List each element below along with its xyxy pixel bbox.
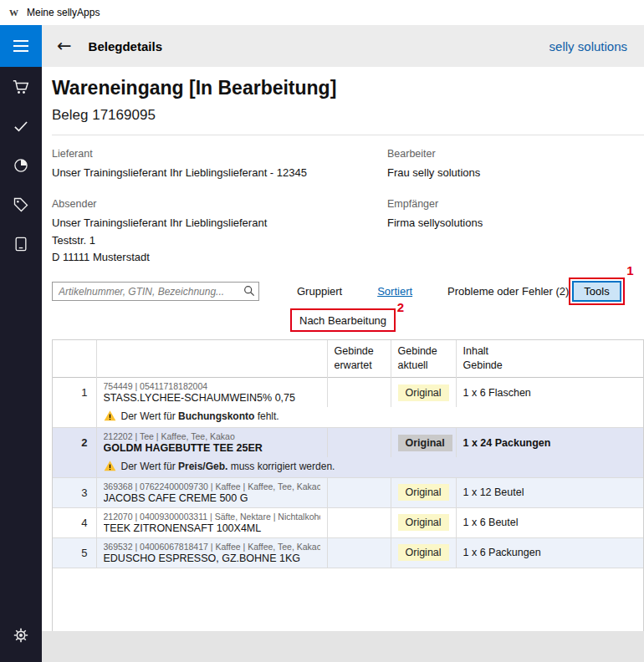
gebinde-erwartet-cell: [327, 377, 391, 407]
divider: [52, 135, 644, 135]
warning-row: Der Wert für Buchungskonto fehlt.: [53, 407, 643, 427]
gebinde-aktuell-badge[interactable]: Original: [398, 435, 452, 451]
inhalt-cell: 1 x 6 Flaschen: [456, 377, 643, 407]
row-number: 5: [53, 537, 96, 568]
article-name: GOLDM HAGEBUTTE TEE 25ER: [104, 442, 320, 454]
gebinde-aktuell-cell: Original: [391, 537, 456, 568]
sidebar-item-katalog[interactable]: [0, 224, 42, 263]
inhalt-cell: 1 x 12 Beutel: [456, 477, 643, 507]
header-gebinde-aktuell: Gebinde aktuell: [391, 340, 456, 377]
article-cell: 754449 | 05411718182004 STASS.LYCHEE-SCH…: [96, 377, 327, 407]
row-number: 4: [53, 507, 96, 537]
row-number: 3: [53, 477, 96, 507]
row-number: 1: [53, 377, 96, 407]
tab-probleme[interactable]: Probleme oder Fehler (2): [447, 285, 569, 298]
field-label: Lieferant: [52, 148, 387, 160]
search-box: [52, 282, 259, 301]
article-meta: 212070 | 04009300003311 | Säfte, Nektare…: [104, 512, 320, 522]
app-window: W Meine sellyApps: [0, 0, 644, 662]
row-number: 2: [53, 427, 96, 457]
header-number: [53, 340, 96, 377]
pie-chart-icon: [13, 157, 29, 174]
field-label: Bearbeiter: [387, 148, 644, 160]
search-icon[interactable]: [243, 284, 256, 298]
cart-icon: [12, 78, 30, 96]
gebinde-aktuell-badge[interactable]: Original: [398, 384, 449, 401]
annotation-box-2: Nach Bearbeitung 2: [290, 308, 396, 332]
gebinde-aktuell-cell: Original: [391, 377, 456, 407]
article-cell: 212202 | Tee | Kaffee, Tee, Kakao GOLDM …: [96, 427, 327, 457]
gebinde-aktuell-badge[interactable]: Original: [398, 484, 449, 501]
article-cell: 369532 | 04006067818417 | Kaffee | Kaffe…: [96, 537, 327, 568]
app-header: ← Belegdetails selly solutions: [42, 25, 644, 67]
field-value: Teststr. 1: [52, 232, 387, 250]
article-name: EDUSCHO ESPRESSO, GZ.BOHNE 1KG: [104, 553, 320, 564]
article-meta: 369368 | 07622400009730 | Kaffee | Kaffe…: [104, 481, 320, 491]
field-value: Frau selly solutions: [387, 165, 644, 182]
sidebar: [0, 25, 42, 662]
catalog-icon: [13, 236, 29, 252]
header-article: [96, 340, 327, 377]
search-input[interactable]: [52, 282, 259, 301]
field-lieferant: Lieferant Unser Trainingslieferant Ihr L…: [52, 148, 387, 182]
warning-message: Der Wert für Preis/Geb. muss korrigiert …: [96, 457, 643, 477]
field-label: Absender: [52, 198, 387, 210]
table-row-selected[interactable]: 2 212202 | Tee | Kaffee, Tee, Kakao GOLD…: [53, 427, 643, 457]
gebinde-erwartet-cell: [327, 427, 391, 457]
sidebar-item-wareneingang[interactable]: [0, 67, 42, 106]
status-bar: [42, 631, 644, 662]
sort-mode-row: Nach Bearbeitung 2: [52, 308, 644, 334]
check-icon: [13, 118, 29, 135]
settings-button[interactable]: [0, 615, 42, 654]
table-row[interactable]: 3 369368 | 07622400009730 | Kaffee | Kaf…: [53, 477, 643, 507]
gebinde-aktuell-cell: Original: [391, 477, 456, 507]
inhalt-cell: 1 x 6 Packungen: [456, 537, 643, 568]
gebinde-aktuell-badge[interactable]: Original: [398, 544, 449, 561]
price-tag-icon: [13, 196, 29, 213]
field-value: Unser Trainingslieferant Ihr Lieblingsli…: [52, 215, 387, 232]
warning-icon: [104, 460, 116, 472]
tab-gruppiert[interactable]: Gruppiert: [297, 285, 342, 298]
field-label: Empfänger: [387, 198, 644, 210]
field-value: Unser Trainingslieferant Ihr Lieblingsli…: [52, 165, 387, 182]
gebinde-erwartet-cell: [327, 537, 391, 568]
field-empfaenger: Empfänger Firma sellysolutions: [387, 198, 644, 267]
annotation-box-1: Tools 1: [569, 278, 624, 305]
warning-row: Der Wert für Preis/Geb. muss korrigiert …: [53, 457, 643, 477]
sidebar-item-aufgaben[interactable]: [0, 106, 42, 145]
field-absender: Absender Unser Trainingslieferant Ihr Li…: [52, 198, 387, 267]
article-meta: 754449 | 05411718182004: [104, 381, 320, 391]
document-fields: Lieferant Unser Trainingslieferant Ihr L…: [52, 148, 644, 267]
warning-message: Der Wert für Buchungskonto fehlt.: [96, 407, 643, 427]
table-row[interactable]: 5 369532 | 04006067818417 | Kaffee | Kaf…: [53, 537, 643, 568]
field-value: D 11111 Musterstadt: [52, 249, 387, 267]
table-row[interactable]: 4 212070 | 04009300003311 | Säfte, Nekta…: [53, 507, 643, 537]
window-title: Meine sellyApps: [27, 7, 100, 18]
article-name: STASS.LYCHEE-SCHAUMWEIN5% 0,75: [104, 392, 320, 404]
sidebar-item-statistik[interactable]: [0, 145, 42, 185]
annotation-marker-1: 1: [626, 263, 633, 278]
document-number: Beleg 17169095: [52, 107, 644, 124]
field-value: Firma sellysolutions: [387, 215, 644, 232]
sidebar-item-angebote[interactable]: [0, 185, 42, 224]
gebinde-aktuell-badge[interactable]: Original: [398, 514, 449, 531]
article-cell: 212070 | 04009300003311 | Säfte, Nektare…: [96, 507, 327, 537]
titlebar: W Meine sellyApps: [0, 0, 644, 25]
gebinde-erwartet-cell: [327, 477, 391, 507]
back-button[interactable]: ←: [57, 38, 72, 55]
list-toolbar: Gruppiert Sortiert Probleme oder Fehler …: [52, 278, 644, 305]
page-title: Belegdetails: [89, 39, 162, 53]
table-row[interactable]: 1 754449 | 05411718182004 STASS.LYCHEE-S…: [53, 377, 643, 407]
gebinde-aktuell-cell: Original: [391, 427, 456, 457]
warning-icon: [104, 410, 116, 422]
items-table: Gebinde erwartet Gebinde aktuell Inhalt …: [52, 339, 644, 631]
gebinde-aktuell-cell: Original: [391, 507, 456, 537]
tab-sortiert[interactable]: Sortiert: [377, 285, 412, 298]
hamburger-menu-button[interactable]: [0, 25, 42, 67]
tools-button[interactable]: Tools: [572, 281, 621, 302]
gebinde-erwartet-cell: [327, 507, 391, 537]
sort-mode-selector[interactable]: Nach Bearbeitung: [299, 314, 386, 327]
article-name: TEEK ZITRONENSAFT 100X4ML: [104, 522, 320, 534]
document-title: Wareneingang [In Bearbeitung]: [52, 77, 644, 99]
content-area: Wareneingang [In Bearbeitung] Beleg 1716…: [42, 67, 644, 631]
